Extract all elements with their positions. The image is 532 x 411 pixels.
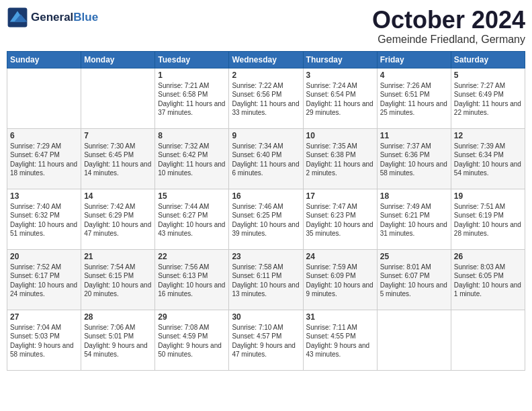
day-detail: Sunrise: 7:22 AMSunset: 6:56 PMDaylight:… [232,81,300,118]
calendar-cell: 7 Sunrise: 7:30 AMSunset: 6:45 PMDayligh… [81,128,155,189]
day-detail: Sunrise: 7:51 AMSunset: 6:19 PMDaylight:… [454,202,522,238]
day-number: 21 [84,252,152,261]
calendar-cell [81,68,155,128]
calendar-cell: 12 Sunrise: 7:39 AMSunset: 6:34 PMDaylig… [451,128,525,189]
logo: GeneralBlue [7,7,98,28]
day-number: 2 [232,71,300,80]
calendar-week-row: 20 Sunrise: 7:52 AMSunset: 6:17 PMDaylig… [7,249,525,310]
calendar-cell: 30 Sunrise: 7:10 AMSunset: 4:57 PMDaylig… [229,310,303,370]
calendar-week-row: 1 Sunrise: 7:21 AMSunset: 6:58 PMDayligh… [7,68,525,128]
calendar-cell: 5 Sunrise: 7:27 AMSunset: 6:49 PMDayligh… [451,68,525,128]
weekday-header: Wednesday [229,51,303,68]
day-number: 19 [454,191,522,201]
day-detail: Sunrise: 7:58 AMSunset: 6:11 PMDaylight:… [232,263,300,299]
calendar-cell: 23 Sunrise: 7:58 AMSunset: 6:11 PMDaylig… [229,249,303,310]
day-detail: Sunrise: 7:42 AMSunset: 6:29 PMDaylight:… [84,202,152,238]
day-detail: Sunrise: 8:01 AMSunset: 6:07 PMDaylight:… [380,263,448,299]
calendar-cell: 13 Sunrise: 7:40 AMSunset: 6:32 PMDaylig… [7,189,81,249]
day-detail: Sunrise: 7:24 AMSunset: 6:54 PMDaylight:… [306,81,374,118]
weekday-header: Friday [377,51,451,68]
calendar-cell: 27 Sunrise: 7:04 AMSunset: 5:03 PMDaylig… [7,310,81,370]
day-number: 29 [158,312,226,322]
day-number: 11 [380,131,448,140]
day-detail: Sunrise: 7:39 AMSunset: 6:34 PMDaylight:… [454,142,522,178]
calendar-week-row: 27 Sunrise: 7:04 AMSunset: 5:03 PMDaylig… [7,310,525,370]
calendar-cell: 31 Sunrise: 7:11 AMSunset: 4:55 PMDaylig… [303,310,377,370]
day-detail: Sunrise: 7:06 AMSunset: 5:01 PMDaylight:… [84,323,152,359]
calendar-cell: 25 Sunrise: 8:01 AMSunset: 6:07 PMDaylig… [377,249,451,310]
day-number: 24 [306,252,374,261]
day-number: 10 [306,131,374,140]
day-number: 30 [232,312,300,322]
day-detail: Sunrise: 7:04 AMSunset: 5:03 PMDaylight:… [10,323,78,359]
day-number: 7 [84,131,152,140]
logo-icon [7,7,28,28]
day-detail: Sunrise: 7:52 AMSunset: 6:17 PMDaylight:… [10,263,78,299]
day-detail: Sunrise: 7:44 AMSunset: 6:27 PMDaylight:… [158,202,226,238]
weekday-header: Sunday [7,51,81,68]
day-number: 28 [84,312,152,322]
page-header: GeneralBlue October 2024 Gemeinde Friedl… [7,7,525,46]
day-detail: Sunrise: 7:46 AMSunset: 6:25 PMDaylight:… [232,202,300,238]
calendar-cell: 1 Sunrise: 7:21 AMSunset: 6:58 PMDayligh… [155,68,229,128]
weekday-header: Tuesday [155,51,229,68]
calendar-cell: 3 Sunrise: 7:24 AMSunset: 6:54 PMDayligh… [303,68,377,128]
title-area: October 2024 Gemeinde Friedland, Germany [372,7,525,46]
day-number: 23 [232,252,300,261]
day-number: 15 [158,191,226,201]
day-detail: Sunrise: 7:10 AMSunset: 4:57 PMDaylight:… [232,323,300,359]
day-number: 26 [454,252,522,261]
calendar-cell: 17 Sunrise: 7:47 AMSunset: 6:23 PMDaylig… [303,189,377,249]
day-detail: Sunrise: 7:40 AMSunset: 6:32 PMDaylight:… [10,202,78,238]
calendar-cell: 9 Sunrise: 7:34 AMSunset: 6:40 PMDayligh… [229,128,303,189]
day-number: 22 [158,252,226,261]
day-number: 14 [84,191,152,201]
calendar-cell [7,68,81,128]
month-title: October 2024 [372,7,525,34]
day-detail: Sunrise: 7:56 AMSunset: 6:13 PMDaylight:… [158,263,226,299]
day-detail: Sunrise: 7:30 AMSunset: 6:45 PMDaylight:… [84,142,152,178]
day-detail: Sunrise: 7:08 AMSunset: 4:59 PMDaylight:… [158,323,226,359]
logo-text: GeneralBlue [31,11,98,24]
calendar-cell: 26 Sunrise: 8:03 AMSunset: 6:05 PMDaylig… [451,249,525,310]
day-number: 5 [454,71,522,80]
day-detail: Sunrise: 7:34 AMSunset: 6:40 PMDaylight:… [232,142,300,178]
day-detail: Sunrise: 7:11 AMSunset: 4:55 PMDaylight:… [306,323,374,359]
calendar-cell: 8 Sunrise: 7:32 AMSunset: 6:42 PMDayligh… [155,128,229,189]
calendar-cell: 28 Sunrise: 7:06 AMSunset: 5:01 PMDaylig… [81,310,155,370]
calendar-cell: 29 Sunrise: 7:08 AMSunset: 4:59 PMDaylig… [155,310,229,370]
calendar-cell: 22 Sunrise: 7:56 AMSunset: 6:13 PMDaylig… [155,249,229,310]
day-detail: Sunrise: 7:37 AMSunset: 6:36 PMDaylight:… [380,142,448,178]
day-number: 1 [158,71,226,80]
day-detail: Sunrise: 7:49 AMSunset: 6:21 PMDaylight:… [380,202,448,238]
calendar-cell: 11 Sunrise: 7:37 AMSunset: 6:36 PMDaylig… [377,128,451,189]
day-number: 6 [10,131,78,140]
calendar-week-row: 6 Sunrise: 7:29 AMSunset: 6:47 PMDayligh… [7,128,525,189]
weekday-header-row: SundayMondayTuesdayWednesdayThursdayFrid… [7,51,525,68]
calendar-cell: 2 Sunrise: 7:22 AMSunset: 6:56 PMDayligh… [229,68,303,128]
day-number: 25 [380,252,448,261]
weekday-header: Monday [81,51,155,68]
weekday-header: Saturday [451,51,525,68]
day-detail: Sunrise: 7:26 AMSunset: 6:51 PMDaylight:… [380,81,448,118]
day-number: 12 [454,131,522,140]
day-detail: Sunrise: 8:03 AMSunset: 6:05 PMDaylight:… [454,263,522,299]
day-detail: Sunrise: 7:47 AMSunset: 6:23 PMDaylight:… [306,202,374,238]
day-detail: Sunrise: 7:21 AMSunset: 6:58 PMDaylight:… [158,81,226,118]
calendar-cell [451,310,525,370]
day-number: 9 [232,131,300,140]
weekday-header: Thursday [303,51,377,68]
calendar-cell: 15 Sunrise: 7:44 AMSunset: 6:27 PMDaylig… [155,189,229,249]
day-number: 17 [306,191,374,201]
day-detail: Sunrise: 7:29 AMSunset: 6:47 PMDaylight:… [10,142,78,178]
calendar-table: SundayMondayTuesdayWednesdayThursdayFrid… [7,51,525,371]
calendar-cell: 6 Sunrise: 7:29 AMSunset: 6:47 PMDayligh… [7,128,81,189]
calendar-cell: 16 Sunrise: 7:46 AMSunset: 6:25 PMDaylig… [229,189,303,249]
day-number: 16 [232,191,300,201]
day-number: 31 [306,312,374,322]
day-number: 18 [380,191,448,201]
calendar-cell: 19 Sunrise: 7:51 AMSunset: 6:19 PMDaylig… [451,189,525,249]
day-detail: Sunrise: 7:27 AMSunset: 6:49 PMDaylight:… [454,81,522,118]
day-number: 27 [10,312,78,322]
day-number: 8 [158,131,226,140]
